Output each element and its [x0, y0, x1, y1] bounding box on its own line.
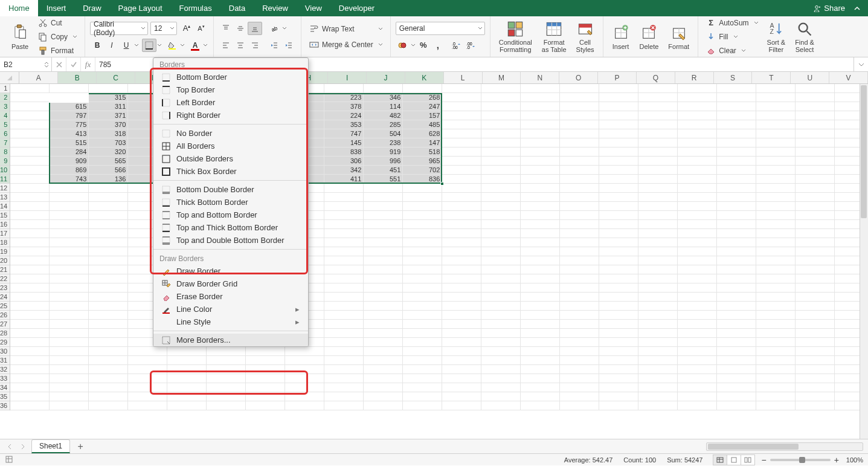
find-select-button[interactable]: Find & Select [791, 19, 818, 54]
cell-J17[interactable] [364, 229, 403, 238]
cell-B12[interactable] [50, 184, 89, 193]
cell-J34[interactable] [364, 383, 403, 392]
cell-L1[interactable] [442, 84, 481, 93]
cell-N3[interactable] [521, 102, 560, 111]
cell-Q27[interactable] [638, 320, 678, 329]
cell-I31[interactable] [324, 356, 364, 365]
cell-C16[interactable] [89, 220, 128, 229]
cell-L5[interactable] [442, 120, 481, 129]
select-all-corner[interactable] [0, 72, 19, 83]
cell-R32[interactable] [678, 365, 717, 374]
cell-S18[interactable] [717, 238, 756, 247]
cell-C2[interactable]: 315 [89, 93, 128, 102]
cell-P2[interactable] [599, 93, 638, 102]
cell-C36[interactable] [89, 401, 128, 410]
cell-M36[interactable] [481, 401, 521, 410]
cell-N29[interactable] [521, 338, 560, 347]
cell-N6[interactable] [521, 129, 560, 138]
cell-I15[interactable] [324, 211, 364, 220]
cell-P6[interactable] [599, 129, 638, 138]
cell-M6[interactable] [481, 129, 521, 138]
cell-A19[interactable] [10, 247, 50, 256]
cell-U10[interactable] [796, 166, 835, 175]
cut-button[interactable]: Cut [35, 17, 80, 29]
cell-C17[interactable] [89, 229, 128, 238]
cell-B19[interactable] [50, 247, 89, 256]
cell-K30[interactable] [403, 347, 442, 356]
cell-N21[interactable] [521, 265, 560, 274]
cell-I21[interactable] [324, 265, 364, 274]
cell-L15[interactable] [442, 211, 481, 220]
cell-U23[interactable] [796, 283, 835, 293]
copy-button[interactable]: Copy [35, 31, 80, 43]
cell-M11[interactable] [481, 175, 521, 184]
cell-K26[interactable] [403, 311, 442, 320]
cell-K21[interactable] [403, 265, 442, 274]
row-header-1[interactable]: 1 [0, 84, 10, 93]
cell-K35[interactable] [403, 392, 442, 401]
cell-K28[interactable] [403, 329, 442, 338]
fill-button[interactable]: Fill [703, 31, 760, 43]
cell-O3[interactable] [560, 102, 599, 111]
cell-K34[interactable] [403, 383, 442, 392]
align-middle-button[interactable] [233, 22, 248, 35]
cell-C26[interactable] [89, 311, 128, 320]
cell-N22[interactable] [521, 274, 560, 283]
cell-I22[interactable] [324, 274, 364, 283]
cell-T7[interactable] [756, 138, 796, 147]
cell-P15[interactable] [599, 211, 638, 220]
cell-H32[interactable] [285, 365, 324, 374]
cell-K5[interactable]: 485 [403, 120, 442, 129]
cell-H30[interactable] [285, 347, 324, 356]
cell-S34[interactable] [717, 383, 756, 392]
cell-C15[interactable] [89, 211, 128, 220]
row-header-17[interactable]: 17 [0, 229, 10, 238]
row-header-22[interactable]: 22 [0, 274, 10, 283]
cell-Q11[interactable] [638, 175, 678, 184]
cell-C22[interactable] [89, 274, 128, 283]
underline-dropdown[interactable] [133, 39, 140, 52]
merge-center-button[interactable]: Merge & Center [306, 39, 385, 51]
cell-D34[interactable] [128, 383, 167, 392]
cell-C20[interactable] [89, 256, 128, 265]
cell-J7[interactable]: 238 [364, 138, 403, 147]
col-header-R[interactable]: R [675, 72, 714, 83]
increase-indent-button[interactable] [281, 39, 296, 52]
cell-T34[interactable] [756, 383, 796, 392]
cell-C10[interactable]: 566 [89, 166, 128, 175]
accounting-dropdown[interactable] [410, 39, 416, 52]
cell-K12[interactable] [403, 184, 442, 193]
number-format-select[interactable]: General [396, 22, 485, 35]
cell-I1[interactable] [324, 84, 364, 93]
cell-R16[interactable] [678, 220, 717, 229]
cell-F34[interactable] [207, 383, 246, 392]
cell-R34[interactable] [678, 383, 717, 392]
cell-I6[interactable]: 747 [324, 129, 364, 138]
row-header-25[interactable]: 25 [0, 302, 10, 311]
tab-page-layout[interactable]: Page Layout [110, 0, 171, 16]
cell-A6[interactable] [10, 129, 50, 138]
cell-Q18[interactable] [638, 238, 678, 247]
row-header-36[interactable]: 36 [0, 401, 10, 410]
cell-R35[interactable] [678, 392, 717, 401]
cell-E36[interactable] [167, 401, 207, 410]
cell-O1[interactable] [560, 84, 599, 93]
cell-L9[interactable] [442, 157, 481, 166]
col-header-C[interactable]: C [97, 72, 135, 83]
paste-button[interactable]: Paste [7, 19, 33, 54]
cell-A5[interactable] [10, 120, 50, 129]
cell-H31[interactable] [285, 356, 324, 365]
cell-E31[interactable] [167, 356, 207, 365]
cell-S28[interactable] [717, 329, 756, 338]
tab-developer[interactable]: Developer [330, 0, 383, 16]
cell-C11[interactable]: 136 [89, 175, 128, 184]
cell-N1[interactable] [521, 84, 560, 93]
cell-S23[interactable] [717, 283, 756, 293]
cell-I25[interactable] [324, 302, 364, 311]
cell-Q25[interactable] [638, 302, 678, 311]
cell-A12[interactable] [10, 184, 50, 193]
row-header-7[interactable]: 7 [0, 138, 10, 147]
align-left-button[interactable] [219, 39, 233, 52]
cell-N7[interactable] [521, 138, 560, 147]
cell-styles-button[interactable]: Cell Styles [573, 19, 598, 54]
